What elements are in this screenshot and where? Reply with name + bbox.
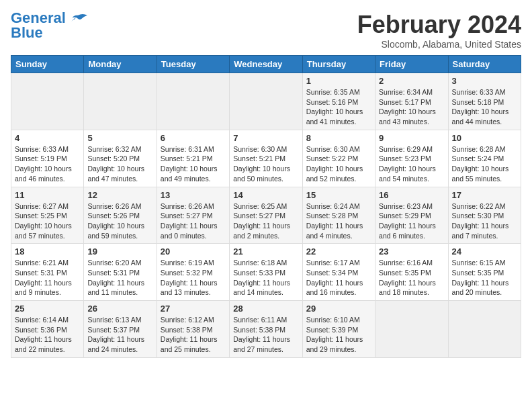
day-header-friday: Friday [375,56,448,73]
day-number: 17 [452,190,517,200]
calendar-cell: 29Sunrise: 6:10 AM Sunset: 5:39 PM Dayli… [302,301,375,358]
day-header-tuesday: Tuesday [157,56,229,73]
day-info: Sunrise: 6:34 AM Sunset: 5:17 PM Dayligh… [379,87,444,127]
day-number: 3 [452,76,517,86]
day-info: Sunrise: 6:30 AM Sunset: 5:21 PM Dayligh… [233,144,298,184]
day-number: 21 [233,246,298,257]
day-number: 24 [452,246,517,257]
day-info: Sunrise: 6:15 AM Sunset: 5:35 PM Dayligh… [452,258,517,298]
calendar-header-row: SundayMondayTuesdayWednesdayThursdayFrid… [11,56,521,73]
logo: GeneralBlue [11,11,87,40]
day-number: 11 [15,190,80,200]
day-info: Sunrise: 6:14 AM Sunset: 5:36 PM Dayligh… [15,315,80,355]
location-subtitle: Slocomb, Alabama, United States [357,39,521,50]
calendar-cell [375,301,448,358]
day-info: Sunrise: 6:25 AM Sunset: 5:27 PM Dayligh… [233,201,298,241]
calendar-cell: 12Sunrise: 6:26 AM Sunset: 5:26 PM Dayli… [84,187,157,244]
calendar-cell: 16Sunrise: 6:23 AM Sunset: 5:29 PM Dayli… [375,187,448,244]
day-number: 7 [233,133,298,143]
day-info: Sunrise: 6:20 AM Sunset: 5:31 PM Dayligh… [87,258,152,298]
calendar-cell: 19Sunrise: 6:20 AM Sunset: 5:31 PM Dayli… [84,244,157,301]
day-number: 10 [452,133,517,143]
calendar-cell: 20Sunrise: 6:19 AM Sunset: 5:32 PM Dayli… [157,244,229,301]
day-number: 23 [379,246,444,257]
calendar-cell [84,73,157,130]
day-number: 2 [379,76,444,86]
calendar-cell [11,73,84,130]
day-header-thursday: Thursday [302,56,375,73]
day-number: 5 [87,133,152,143]
calendar-week-2: 4Sunrise: 6:33 AM Sunset: 5:19 PM Daylig… [11,130,521,187]
day-number: 1 [306,76,371,86]
calendar-cell [157,73,229,130]
day-info: Sunrise: 6:24 AM Sunset: 5:28 PM Dayligh… [306,201,371,241]
day-info: Sunrise: 6:13 AM Sunset: 5:37 PM Dayligh… [87,315,152,355]
calendar-cell: 26Sunrise: 6:13 AM Sunset: 5:37 PM Dayli… [84,301,157,358]
calendar-cell: 14Sunrise: 6:25 AM Sunset: 5:27 PM Dayli… [230,187,302,244]
day-info: Sunrise: 6:32 AM Sunset: 5:20 PM Dayligh… [87,144,152,184]
calendar-week-5: 25Sunrise: 6:14 AM Sunset: 5:36 PM Dayli… [11,301,521,358]
day-info: Sunrise: 6:33 AM Sunset: 5:19 PM Dayligh… [15,144,80,184]
calendar-week-1: 1Sunrise: 6:35 AM Sunset: 5:16 PM Daylig… [11,73,521,130]
calendar-cell: 9Sunrise: 6:29 AM Sunset: 5:23 PM Daylig… [375,130,448,187]
calendar-cell: 18Sunrise: 6:21 AM Sunset: 5:31 PM Dayli… [11,244,84,301]
calendar-cell: 10Sunrise: 6:28 AM Sunset: 5:24 PM Dayli… [448,130,521,187]
day-info: Sunrise: 6:28 AM Sunset: 5:24 PM Dayligh… [452,144,517,184]
day-number: 19 [87,246,152,257]
calendar-cell: 15Sunrise: 6:24 AM Sunset: 5:28 PM Dayli… [302,187,375,244]
calendar-cell [230,73,302,130]
calendar-cell: 13Sunrise: 6:26 AM Sunset: 5:27 PM Dayli… [157,187,229,244]
day-number: 15 [306,190,371,200]
day-info: Sunrise: 6:11 AM Sunset: 5:38 PM Dayligh… [233,315,298,355]
day-info: Sunrise: 6:22 AM Sunset: 5:30 PM Dayligh… [452,201,517,241]
calendar-cell: 28Sunrise: 6:11 AM Sunset: 5:38 PM Dayli… [230,301,302,358]
day-info: Sunrise: 6:10 AM Sunset: 5:39 PM Dayligh… [306,315,371,355]
day-number: 18 [15,246,80,257]
calendar-cell [448,301,521,358]
month-title: February 2024 [357,11,521,39]
day-header-monday: Monday [84,56,157,73]
calendar-cell: 24Sunrise: 6:15 AM Sunset: 5:35 PM Dayli… [448,244,521,301]
calendar-cell: 8Sunrise: 6:30 AM Sunset: 5:22 PM Daylig… [302,130,375,187]
calendar-cell: 25Sunrise: 6:14 AM Sunset: 5:36 PM Dayli… [11,301,84,358]
day-info: Sunrise: 6:31 AM Sunset: 5:21 PM Dayligh… [161,144,226,184]
day-info: Sunrise: 6:21 AM Sunset: 5:31 PM Dayligh… [15,258,80,298]
day-info: Sunrise: 6:12 AM Sunset: 5:38 PM Dayligh… [161,315,226,355]
calendar-cell: 11Sunrise: 6:27 AM Sunset: 5:25 PM Dayli… [11,187,84,244]
day-info: Sunrise: 6:30 AM Sunset: 5:22 PM Dayligh… [306,144,371,184]
logo-text: GeneralBlue [11,11,66,40]
calendar-cell: 2Sunrise: 6:34 AM Sunset: 5:17 PM Daylig… [375,73,448,130]
calendar-cell: 21Sunrise: 6:18 AM Sunset: 5:33 PM Dayli… [230,244,302,301]
day-number: 14 [233,190,298,200]
day-info: Sunrise: 6:26 AM Sunset: 5:27 PM Dayligh… [161,201,226,241]
day-number: 16 [379,190,444,200]
calendar-week-4: 18Sunrise: 6:21 AM Sunset: 5:31 PM Dayli… [11,244,521,301]
day-number: 12 [87,190,152,200]
calendar-cell: 17Sunrise: 6:22 AM Sunset: 5:30 PM Dayli… [448,187,521,244]
day-number: 27 [161,304,226,314]
calendar-cell: 6Sunrise: 6:31 AM Sunset: 5:21 PM Daylig… [157,130,229,187]
calendar-table: SundayMondayTuesdayWednesdayThursdayFrid… [11,55,521,358]
calendar-week-3: 11Sunrise: 6:27 AM Sunset: 5:25 PM Dayli… [11,187,521,244]
day-number: 29 [306,304,371,314]
title-section: February 2024 Slocomb, Alabama, United S… [357,11,521,50]
day-header-wednesday: Wednesday [230,56,302,73]
calendar-cell: 27Sunrise: 6:12 AM Sunset: 5:38 PM Dayli… [157,301,229,358]
day-info: Sunrise: 6:18 AM Sunset: 5:33 PM Dayligh… [233,258,298,298]
day-number: 9 [379,133,444,143]
day-info: Sunrise: 6:35 AM Sunset: 5:16 PM Dayligh… [306,87,371,127]
day-info: Sunrise: 6:17 AM Sunset: 5:34 PM Dayligh… [306,258,371,298]
day-number: 13 [161,190,226,200]
day-info: Sunrise: 6:19 AM Sunset: 5:32 PM Dayligh… [161,258,226,298]
day-number: 22 [306,246,371,257]
day-number: 6 [161,133,226,143]
day-number: 28 [233,304,298,314]
day-info: Sunrise: 6:29 AM Sunset: 5:23 PM Dayligh… [379,144,444,184]
page-header: GeneralBlue February 2024 Slocomb, Alaba… [11,11,521,50]
day-number: 8 [306,133,371,143]
calendar-cell: 7Sunrise: 6:30 AM Sunset: 5:21 PM Daylig… [230,130,302,187]
day-number: 25 [15,304,80,314]
day-info: Sunrise: 6:16 AM Sunset: 5:35 PM Dayligh… [379,258,444,298]
logo-bird-icon [69,13,87,25]
day-info: Sunrise: 6:33 AM Sunset: 5:18 PM Dayligh… [452,87,517,127]
